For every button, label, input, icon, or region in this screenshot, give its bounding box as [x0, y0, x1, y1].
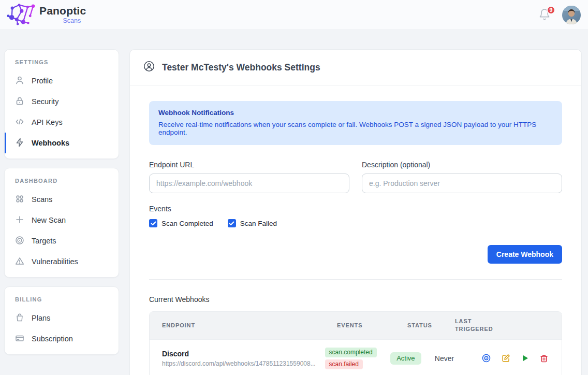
main-panel: Tester McTesty's Webhooks Settings Webho… — [129, 49, 582, 375]
info-banner-body: Receive real-time notifications when you… — [158, 121, 553, 136]
webhook-form: Endpoint URL Description (optional) — [149, 161, 562, 193]
col-header-status: STATUS — [407, 322, 455, 329]
page-title: Tester McTesty's Webhooks Settings — [162, 62, 320, 73]
col-header-events: EVENTS — [337, 322, 407, 329]
sidebar-item-label: Scans — [32, 195, 52, 204]
sidebar-item-label: Profile — [32, 77, 53, 85]
events-label: Events — [149, 205, 562, 213]
section-title-settings: SETTINGS — [5, 58, 119, 70]
target-icon — [15, 236, 24, 247]
brand-subtitle: Scans — [39, 17, 86, 24]
sidebar-item-scans[interactable]: Scans — [5, 189, 119, 210]
webhook-url: https://discord.com/api/webhooks/1478511… — [162, 360, 325, 367]
create-webhook-button[interactable]: Create Webhook — [488, 245, 562, 264]
col-header-last-triggered: LAST TRIGGERED — [455, 318, 506, 334]
sidebar-item-label: Security — [32, 97, 58, 106]
section-divider — [149, 279, 562, 280]
user-icon — [15, 76, 24, 86]
checkbox-label: Scan Completed — [161, 220, 213, 227]
sidebar-item-webhooks[interactable]: Webhooks — [5, 133, 119, 153]
info-banner-title: Webhook Notifications — [158, 109, 553, 117]
user-circle-icon — [143, 61, 155, 74]
last-triggered-value: Never — [435, 354, 454, 363]
table-row: Discord https://discord.com/api/webhooks… — [150, 339, 562, 375]
delete-webhook-button[interactable] — [540, 354, 548, 363]
sidebar-item-vulnerabilities[interactable]: Vulnerabilities — [5, 251, 119, 272]
description-label: Description (optional) — [362, 161, 562, 169]
current-webhooks-title: Current Webhooks — [149, 295, 562, 304]
brand-name: Panoptic — [39, 5, 86, 16]
notification-count-badge: 9 — [547, 6, 555, 15]
credit-card-icon — [15, 334, 24, 344]
table-header-row: ENDPOINT EVENTS STATUS LAST TRIGGERED — [150, 312, 562, 339]
network-logo-icon — [5, 2, 36, 28]
sidebar-item-profile[interactable]: Profile — [5, 70, 119, 91]
top-navbar: Panoptic Scans 9 — [0, 0, 588, 30]
sidebar-item-api-keys[interactable]: API Keys — [5, 112, 119, 133]
endpoint-url-label: Endpoint URL — [149, 161, 349, 169]
sidebar-item-plans[interactable]: Plans — [5, 308, 119, 328]
status-badge: Active — [390, 352, 421, 365]
alert-triangle-icon — [15, 256, 24, 267]
sidebar-item-label: Webhooks — [32, 139, 69, 147]
sidebar-item-label: Targets — [32, 237, 56, 245]
brand-logo[interactable]: Panoptic Scans — [5, 2, 86, 28]
user-avatar[interactable] — [562, 6, 581, 24]
lock-icon — [15, 96, 24, 107]
sidebar-item-security[interactable]: Security — [5, 91, 119, 112]
checkbox-scan-completed[interactable]: Scan Completed — [149, 219, 213, 227]
checkbox-checked-icon — [228, 219, 236, 227]
sidebar-item-label: Subscription — [32, 335, 73, 343]
webhook-name: Discord — [162, 350, 325, 358]
sidebar-item-subscription[interactable]: Subscription — [5, 328, 119, 349]
checkbox-scan-failed[interactable]: Scan Failed — [228, 219, 277, 227]
webhooks-table: ENDPOINT EVENTS STATUS LAST TRIGGERED Di… — [149, 311, 562, 375]
zap-icon — [15, 138, 24, 149]
sidebar-section-billing: BILLING Plans Subscription — [4, 286, 119, 355]
checkbox-checked-icon — [149, 219, 157, 227]
sidebar-section-dashboard: DASHBOARD Scans New Scan — [4, 168, 119, 278]
sidebar-section-settings: SETTINGS Profile Security — [4, 49, 119, 159]
sidebar-item-label: Vulnerabilities — [32, 257, 78, 266]
test-webhook-button[interactable] — [521, 354, 529, 362]
sidebar-item-label: New Scan — [32, 216, 66, 224]
view-webhook-button[interactable] — [482, 354, 491, 363]
plus-icon — [15, 215, 24, 226]
sidebar-item-new-scan[interactable]: New Scan — [5, 210, 119, 230]
sidebar-item-targets[interactable]: Targets — [5, 230, 119, 251]
checkbox-label: Scan Failed — [240, 220, 277, 227]
section-title-billing: BILLING — [5, 295, 119, 308]
bag-icon — [15, 313, 24, 324]
endpoint-url-input[interactable] — [149, 174, 349, 193]
col-header-endpoint: ENDPOINT — [150, 322, 337, 329]
code-icon — [15, 117, 24, 128]
info-banner: Webhook Notifications Receive real-time … — [149, 101, 562, 145]
main-header: Tester McTesty's Webhooks Settings — [130, 50, 581, 85]
sidebar-item-label: Plans — [32, 314, 50, 322]
section-title-dashboard: DASHBOARD — [5, 177, 119, 189]
edit-webhook-button[interactable] — [502, 354, 510, 363]
sidebar: SETTINGS Profile Security — [4, 49, 119, 364]
sidebar-item-label: API Keys — [32, 118, 63, 126]
grid-icon — [15, 194, 24, 205]
event-tag-scan-failed: scan.failed — [325, 359, 363, 369]
description-input[interactable] — [362, 174, 562, 193]
bell-icon — [538, 14, 551, 23]
event-tag-scan-completed: scan.completed — [325, 348, 377, 357]
notifications-button[interactable]: 9 — [538, 8, 552, 22]
